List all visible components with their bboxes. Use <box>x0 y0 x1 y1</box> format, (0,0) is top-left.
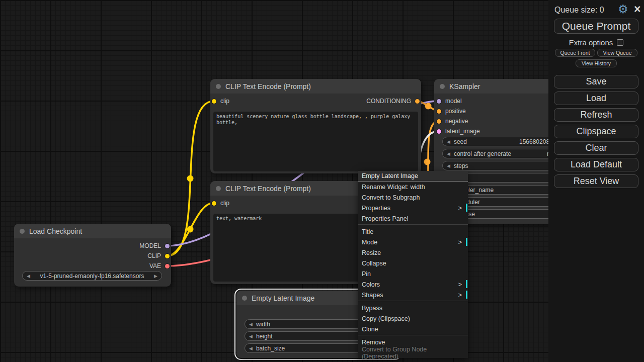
output-model[interactable]: MODEL <box>139 242 170 249</box>
close-icon[interactable]: × <box>634 3 640 16</box>
queue-front-button[interactable]: Queue Front <box>555 49 595 57</box>
node-header[interactable]: CLIP Text Encode (Prompt) <box>210 79 421 94</box>
menu-item-label: Shapes <box>362 292 383 299</box>
widget-left-arrow-icon[interactable]: ◀ <box>249 322 253 327</box>
context-menu: Empty Latent Image Rename Widget: widthC… <box>358 171 468 358</box>
widget-label: control after generate <box>454 150 511 157</box>
menu-item-label: Title <box>362 228 373 235</box>
widget-label: batch_size <box>256 345 285 352</box>
context-menu-item-copy-clipspace[interactable]: Copy (Clipspace) <box>358 313 468 324</box>
submenu-arrow-icon: > <box>458 239 462 246</box>
context-menu-item-convert-to-subgraph[interactable]: Convert to Subgraph <box>358 192 468 203</box>
collapse-dot-icon[interactable] <box>242 296 247 301</box>
widget-left-arrow-icon[interactable]: ◀ <box>249 346 253 351</box>
queue-prompt-button[interactable]: Queue Prompt <box>554 19 638 34</box>
output-conditioning[interactable]: CONDITIONING <box>366 98 420 105</box>
widget-left-arrow-icon[interactable]: ◀ <box>447 163 450 168</box>
widget-left-arrow-icon[interactable]: ◀ <box>447 151 450 156</box>
model-port-icon[interactable] <box>437 99 441 104</box>
menu-item-label: Convert to Subgraph <box>362 194 420 201</box>
collapse-dot-icon[interactable] <box>440 84 445 89</box>
view-history-button[interactable]: View History <box>576 59 617 67</box>
menu-item-label: Copy (Clipspace) <box>362 315 410 322</box>
conditioning-port-icon[interactable] <box>415 99 420 104</box>
port-label: VAE <box>149 262 161 269</box>
port-label: positive <box>445 108 466 115</box>
clip-port-icon[interactable] <box>212 201 216 206</box>
menu-item-label: Clone <box>362 326 378 333</box>
clipspace-button[interactable]: Clipspace <box>554 125 638 138</box>
input-model[interactable]: model <box>437 98 462 105</box>
menu-item-label: Bypass <box>362 305 382 312</box>
submenu-arrow-icon: > <box>458 281 462 288</box>
conditioning-port-icon[interactable] <box>437 109 441 114</box>
widget-label: width <box>256 321 270 328</box>
input-latent-image[interactable]: latent_image <box>437 128 480 135</box>
model-port-icon[interactable] <box>165 244 170 248</box>
node-title: CLIP Text Encode (Prompt) <box>225 82 311 90</box>
reset-view-button[interactable]: Reset View <box>554 174 638 188</box>
extra-options-label: Extra options <box>569 38 613 47</box>
view-queue-button[interactable]: View Queue <box>597 49 637 57</box>
context-menu-item-rename-widget-width[interactable]: Rename Widget: width <box>358 182 468 192</box>
context-menu-item-clone[interactable]: Clone <box>358 324 468 334</box>
settings-gear-icon[interactable]: ⚙ <box>618 3 628 16</box>
context-menu-item-shapes[interactable]: Shapes> <box>358 290 468 300</box>
conditioning-port-icon[interactable] <box>437 119 441 124</box>
menu-item-label: Rename Widget: width <box>362 184 425 191</box>
widget-left-arrow-icon[interactable]: ◀ <box>447 139 450 144</box>
collapse-dot-icon[interactable] <box>20 229 25 234</box>
context-menu-item-bypass[interactable]: Bypass <box>358 303 468 313</box>
menu-item-label: Resize <box>362 249 381 256</box>
port-label: latent_image <box>445 128 480 135</box>
port-label: clip <box>220 200 229 207</box>
refresh-button[interactable]: Refresh <box>554 108 638 122</box>
submenu-caret <box>466 280 467 288</box>
output-vae[interactable]: VAE <box>149 262 170 269</box>
vae-port-icon[interactable] <box>165 264 170 268</box>
context-menu-item-resize[interactable]: Resize <box>358 247 468 258</box>
widget-left-arrow-icon[interactable]: ◀ <box>249 334 253 339</box>
context-menu-item-properties-panel[interactable]: Properties Panel <box>358 213 468 224</box>
node-load-checkpoint[interactable]: Load Checkpoint MODEL CLIP VAE ◀ v1-5-pr… <box>14 224 171 287</box>
node-title: Empty Latent Image <box>252 294 314 302</box>
ckpt-name-combo[interactable]: ◀ v1-5-pruned-emaonly-fp16.safetensors ▶ <box>22 271 162 281</box>
widget-label: seed <box>454 138 467 145</box>
port-label: clip <box>220 98 229 105</box>
prompt-textarea[interactable]: beautiful scenery nature glass bottle la… <box>213 112 418 171</box>
save-button[interactable]: Save <box>554 75 638 88</box>
port-label: model <box>445 98 462 105</box>
submenu-arrow-icon: > <box>458 205 462 212</box>
output-clip[interactable]: CLIP <box>147 252 170 259</box>
clip-port-icon[interactable] <box>165 254 170 258</box>
load-default-button[interactable]: Load Default <box>554 158 638 171</box>
node-header[interactable]: Load Checkpoint <box>14 224 171 238</box>
collapse-dot-icon[interactable] <box>216 186 221 191</box>
clear-button[interactable]: Clear <box>554 141 638 155</box>
combo-left-arrow-icon[interactable]: ◀ <box>27 274 30 279</box>
widget-label: height <box>256 333 273 340</box>
context-menu-item-title[interactable]: Title <box>358 226 468 237</box>
combo-right-arrow-icon[interactable]: ▶ <box>154 274 157 279</box>
extra-options-checkbox[interactable] <box>617 39 623 46</box>
menu-item-label: Properties <box>362 205 390 212</box>
context-menu-item-mode[interactable]: Mode> <box>358 237 468 247</box>
load-button[interactable]: Load <box>554 92 638 105</box>
latent-port-icon[interactable] <box>437 129 441 134</box>
context-menu-item-colors[interactable]: Colors> <box>358 279 468 290</box>
menu-item-label: Pin <box>362 270 371 278</box>
input-negative[interactable]: negative <box>437 118 468 125</box>
input-clip[interactable]: clip <box>212 200 229 207</box>
context-menu-items: Rename Widget: widthConvert to SubgraphP… <box>358 182 468 358</box>
collapse-dot-icon[interactable] <box>216 84 221 89</box>
context-menu-item-properties[interactable]: Properties> <box>358 203 468 213</box>
input-clip[interactable]: clip <box>212 98 229 105</box>
node-clip-encode-1[interactable]: CLIP Text Encode (Prompt) clip CONDITION… <box>210 79 421 173</box>
input-positive[interactable]: positive <box>437 108 466 115</box>
queue-size-label: Queue size: 0 <box>554 6 604 15</box>
context-menu-item-pin[interactable]: Pin <box>358 268 468 279</box>
menu-item-label: Mode <box>362 239 377 246</box>
context-menu-item-collapse[interactable]: Collapse <box>358 258 468 268</box>
comfy-menu-panel: Queue size: 0 ⚙ × Queue Prompt Extra opt… <box>548 0 644 362</box>
clip-port-icon[interactable] <box>212 99 216 104</box>
